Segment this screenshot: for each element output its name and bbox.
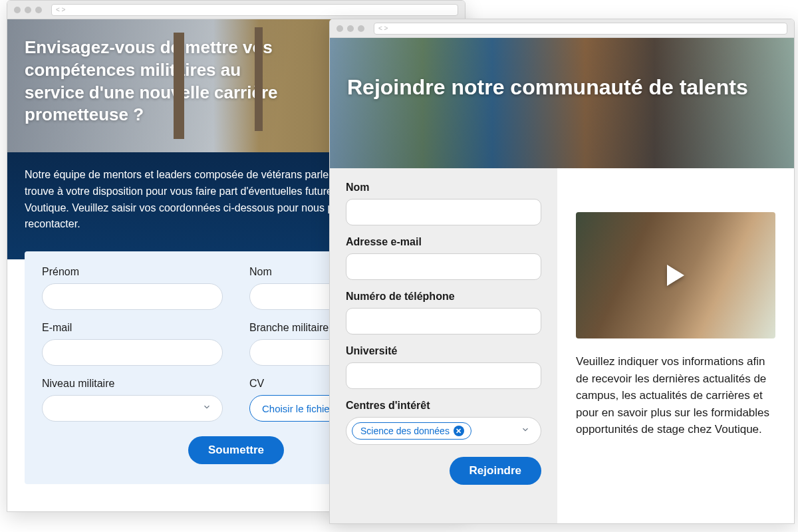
chip-label: Science des données xyxy=(360,426,450,436)
interest-chip[interactable]: Science des données ✕ xyxy=(352,422,471,440)
military-level-label: Niveau militaire xyxy=(42,378,223,390)
hero-title: Envisagez-vous de mettre vos compétences… xyxy=(25,37,292,126)
first-name-input[interactable] xyxy=(42,283,223,310)
choose-file-label: Choisir le fichier xyxy=(262,403,333,414)
window-dot xyxy=(347,25,354,32)
military-level-select[interactable] xyxy=(42,395,223,422)
talent-form: Nom Adresse e-mail Numéro de téléphone U… xyxy=(330,168,557,523)
name-label: Nom xyxy=(346,182,541,194)
video-thumbnail[interactable] xyxy=(576,212,775,338)
email-label: Adresse e-mail xyxy=(346,236,541,248)
window-dot xyxy=(358,25,364,32)
chip-remove-icon[interactable]: ✕ xyxy=(454,426,464,436)
submit-button[interactable]: Soumettre xyxy=(188,436,284,464)
right-description: Veuillez indiquer vos informations afin … xyxy=(576,353,775,438)
join-label: Rejoindre xyxy=(469,464,521,477)
address-bar[interactable]: < > xyxy=(51,4,458,16)
name-input[interactable] xyxy=(346,199,541,225)
university-label: Université xyxy=(346,345,541,357)
browser-topbar: < > xyxy=(7,1,465,19)
play-icon xyxy=(667,265,684,286)
browser-topbar: < > xyxy=(330,19,794,38)
interests-label: Centres d'intérêt xyxy=(346,400,541,412)
address-bar[interactable]: < > xyxy=(374,23,787,35)
window-dot xyxy=(25,7,31,13)
email-input[interactable] xyxy=(42,339,223,366)
email-label: E-mail xyxy=(42,322,223,334)
phone-input[interactable] xyxy=(346,308,541,334)
interests-multiselect[interactable]: Science des données ✕ xyxy=(346,417,541,445)
phone-label: Numéro de téléphone xyxy=(346,291,541,303)
submit-label: Soumettre xyxy=(208,444,264,456)
university-input[interactable] xyxy=(346,362,541,389)
hero-title: Rejoindre notre communauté de talents xyxy=(347,74,754,100)
email-input[interactable] xyxy=(346,253,541,280)
right-panel: Veuillez indiquer vos informations afin … xyxy=(557,168,794,523)
join-button[interactable]: Rejoindre xyxy=(450,457,541,485)
chevron-down-icon xyxy=(202,402,211,414)
window-dot xyxy=(14,7,21,13)
window-dot xyxy=(336,25,343,32)
hero-banner: Rejoindre notre communauté de talents xyxy=(330,38,794,168)
first-name-label: Prénom xyxy=(42,266,223,278)
browser-window-talent: < > Rejoindre notre communauté de talent… xyxy=(329,19,795,524)
window-dot xyxy=(35,7,42,13)
chevron-down-icon xyxy=(521,425,530,437)
